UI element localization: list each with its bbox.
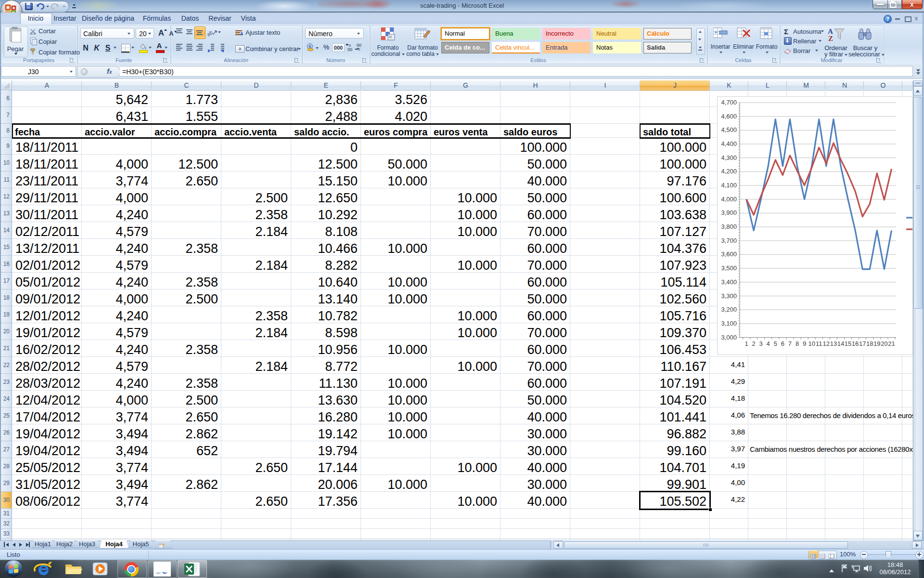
svg-text:8: 8	[796, 340, 799, 347]
svg-text:11: 11	[816, 340, 822, 347]
svg-text:17: 17	[859, 340, 866, 347]
svg-text:15: 15	[845, 340, 851, 347]
svg-text:16: 16	[852, 340, 859, 347]
svg-text:4,000: 4,000	[721, 196, 737, 203]
svg-text:3,500: 3,500	[721, 264, 737, 272]
svg-text:14: 14	[837, 340, 844, 347]
svg-text:3,700: 3,700	[721, 237, 737, 244]
svg-text:3,800: 3,800	[721, 223, 737, 230]
svg-text:3,400: 3,400	[721, 278, 737, 286]
svg-text:Z: Z	[828, 35, 833, 41]
svg-text:13: 13	[830, 340, 837, 347]
svg-text:$: $	[309, 44, 311, 49]
svg-text:ab: ab	[207, 29, 214, 37]
svg-text:4,300: 4,300	[721, 154, 737, 161]
svg-text:3: 3	[759, 340, 763, 347]
svg-text:3,300: 3,300	[721, 292, 737, 300]
svg-text:3,200: 3,200	[721, 306, 737, 313]
svg-text:3,900: 3,900	[721, 209, 737, 216]
svg-text:6: 6	[781, 340, 784, 347]
svg-text:21: 21	[888, 340, 895, 347]
svg-text:4,500: 4,500	[721, 126, 737, 133]
svg-text:4,700: 4,700	[721, 99, 737, 106]
svg-text:5: 5	[774, 340, 777, 347]
svg-text:3,000: 3,000	[721, 334, 737, 341]
svg-text:4,400: 4,400	[721, 140, 737, 147]
svg-text:A: A	[828, 27, 833, 35]
svg-text:18: 18	[866, 340, 873, 347]
svg-text:4,100: 4,100	[721, 182, 737, 189]
svg-text:12: 12	[823, 340, 830, 347]
svg-text:3,600: 3,600	[721, 250, 737, 258]
svg-text:19: 19	[873, 340, 880, 347]
svg-text:4,600: 4,600	[721, 113, 737, 120]
svg-text:1: 1	[744, 340, 748, 347]
svg-text:9: 9	[803, 340, 806, 347]
svg-text:7: 7	[788, 340, 792, 347]
svg-text:2: 2	[752, 340, 755, 347]
svg-text:10: 10	[808, 340, 815, 347]
svg-text:20: 20	[881, 340, 887, 347]
svg-text:3,100: 3,100	[721, 320, 737, 327]
svg-text:4,200: 4,200	[721, 168, 737, 175]
svg-text:4: 4	[767, 340, 770, 347]
